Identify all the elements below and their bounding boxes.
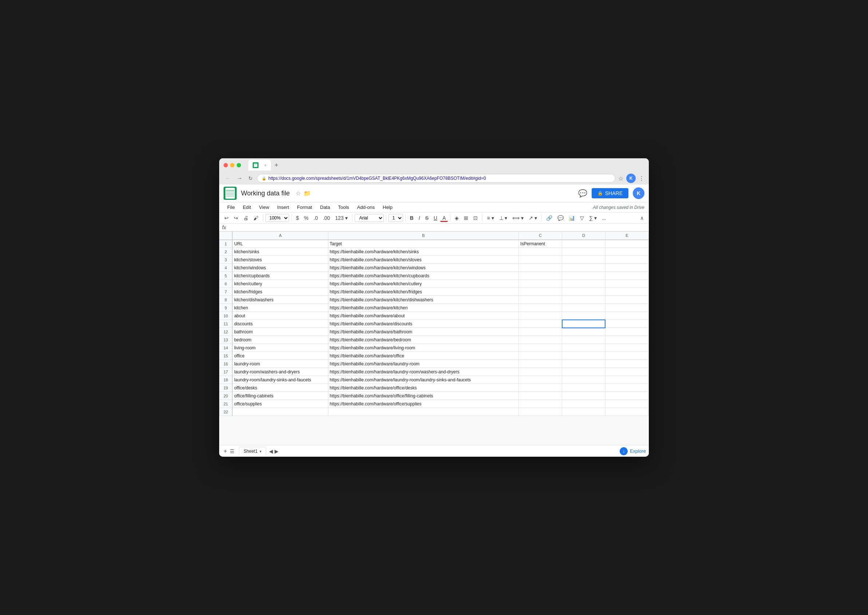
cell-c[interactable] bbox=[519, 280, 562, 288]
merge-button[interactable]: ⊡ bbox=[471, 214, 480, 222]
cell-c[interactable] bbox=[519, 256, 562, 264]
decimal-inc-button[interactable]: .00 bbox=[321, 214, 332, 222]
cell-e[interactable] bbox=[605, 320, 649, 328]
print-button[interactable]: 🖨 bbox=[241, 214, 250, 222]
cell-b[interactable] bbox=[328, 408, 519, 416]
forward-button[interactable]: → bbox=[235, 174, 244, 182]
cell-b[interactable]: https://bienhabille.com/hardware/kitchen… bbox=[328, 272, 519, 280]
cell-d[interactable] bbox=[562, 264, 605, 272]
menu-tools[interactable]: Tools bbox=[334, 203, 352, 211]
cell-b[interactable]: https://bienhabille.com/hardware/kitchen… bbox=[328, 264, 519, 272]
cell-d[interactable] bbox=[562, 344, 605, 352]
col-header-a[interactable]: A bbox=[232, 232, 328, 240]
cell-b[interactable]: https://bienhabille.com/hardware/laundry… bbox=[328, 360, 519, 368]
cell-c[interactable] bbox=[519, 328, 562, 336]
align-horizontal-button[interactable]: ≡ ▾ bbox=[485, 214, 496, 222]
filter-button[interactable]: ▽ bbox=[578, 214, 586, 222]
cell-a[interactable]: kitchen/fridges bbox=[232, 288, 328, 296]
cell-b[interactable]: https://bienhabille.com/hardware/kitchen bbox=[328, 304, 519, 312]
col-header-e[interactable]: E bbox=[605, 232, 649, 240]
cell-c[interactable] bbox=[519, 304, 562, 312]
cell-a[interactable]: office/filling-cabinets bbox=[232, 392, 328, 400]
cell-e[interactable] bbox=[605, 280, 649, 288]
chart-button[interactable]: 📊 bbox=[566, 214, 577, 222]
cell-d[interactable] bbox=[562, 408, 605, 416]
cell-d[interactable] bbox=[562, 272, 605, 280]
more-toolbar-button[interactable]: ... bbox=[600, 214, 608, 222]
cell-c[interactable] bbox=[519, 288, 562, 296]
cell-b[interactable]: https://bienhabille.com/hardware/kitchen… bbox=[328, 280, 519, 288]
tab-close-icon[interactable]: × bbox=[264, 163, 266, 167]
cell-e[interactable] bbox=[605, 344, 649, 352]
back-button[interactable]: ← bbox=[224, 174, 232, 182]
italic-button[interactable]: I bbox=[416, 214, 422, 222]
cell-d[interactable] bbox=[562, 240, 605, 248]
cell-c[interactable] bbox=[519, 400, 562, 408]
reload-button[interactable]: ↻ bbox=[247, 175, 254, 182]
cell-d[interactable] bbox=[562, 304, 605, 312]
cell-a[interactable]: URL bbox=[232, 240, 328, 248]
cell-d[interactable] bbox=[562, 328, 605, 336]
underline-button[interactable]: U bbox=[432, 214, 439, 222]
strikethrough-button[interactable]: S bbox=[423, 214, 431, 222]
functions-button[interactable]: ∑ ▾ bbox=[587, 214, 599, 222]
cell-b[interactable]: Target bbox=[328, 240, 519, 248]
share-button[interactable]: 🔒 SHARE bbox=[592, 188, 629, 198]
comments-icon[interactable]: 💬 bbox=[578, 189, 587, 198]
cell-b[interactable]: https://bienhabille.com/hardware/about bbox=[328, 312, 519, 320]
menu-format[interactable]: Format bbox=[294, 203, 316, 211]
cell-c[interactable] bbox=[519, 368, 562, 376]
cell-e[interactable] bbox=[605, 288, 649, 296]
cell-e[interactable] bbox=[605, 408, 649, 416]
sheet-tab-sheet1[interactable]: Sheet1 ▾ bbox=[239, 447, 266, 455]
col-header-d[interactable]: D bbox=[562, 232, 605, 240]
col-header-c[interactable]: C bbox=[519, 232, 562, 240]
cell-b[interactable]: https://bienhabille.com/hardware/bathroo… bbox=[328, 328, 519, 336]
cell-a[interactable]: kitchen/windows bbox=[232, 264, 328, 272]
cell-b[interactable]: https://bienhabille.com/hardware/laundry… bbox=[328, 376, 519, 384]
cell-a[interactable]: discounts bbox=[232, 320, 328, 328]
minimize-button[interactable] bbox=[230, 163, 235, 167]
cell-b[interactable]: https://bienhabille.com/hardware/office/… bbox=[328, 384, 519, 392]
new-tab-button[interactable]: + bbox=[272, 162, 281, 169]
cell-d[interactable] bbox=[562, 280, 605, 288]
cell-c[interactable] bbox=[519, 312, 562, 320]
format-paint-button[interactable]: 🖌 bbox=[251, 214, 261, 222]
cell-e[interactable] bbox=[605, 272, 649, 280]
menu-view[interactable]: View bbox=[255, 203, 273, 211]
cell-a[interactable]: kitchen/cutlery bbox=[232, 280, 328, 288]
cell-e[interactable] bbox=[605, 256, 649, 264]
cell-b[interactable]: https://bienhabille.com/hardware/office/… bbox=[328, 400, 519, 408]
cell-a[interactable]: about bbox=[232, 312, 328, 320]
cell-b[interactable]: https://bienhabille.com/hardware/kitchen… bbox=[328, 288, 519, 296]
cell-d[interactable] bbox=[562, 368, 605, 376]
cell-b[interactable]: https://bienhabille.com/hardware/office/… bbox=[328, 392, 519, 400]
cell-c[interactable]: IsPermanent bbox=[519, 240, 562, 248]
cell-a[interactable]: office/supplies bbox=[232, 400, 328, 408]
cell-d[interactable] bbox=[562, 352, 605, 360]
cell-a[interactable]: kitchen bbox=[232, 304, 328, 312]
scroll-left-button[interactable]: ◀ bbox=[269, 448, 273, 454]
cell-b[interactable]: https://bienhabille.com/hardware/discoun… bbox=[328, 320, 519, 328]
sheet-list-button[interactable]: ☰ bbox=[228, 448, 236, 455]
decimal-dec-button[interactable]: .0 bbox=[311, 214, 320, 222]
cell-c[interactable] bbox=[519, 352, 562, 360]
fullscreen-button[interactable] bbox=[237, 163, 241, 167]
cell-c[interactable] bbox=[519, 408, 562, 416]
cell-b[interactable]: https://bienhabille.com/hardware/living-… bbox=[328, 344, 519, 352]
cell-c[interactable] bbox=[519, 272, 562, 280]
cell-e[interactable] bbox=[605, 264, 649, 272]
explore-button[interactable]: ↓ Explore bbox=[620, 447, 646, 455]
cell-c[interactable] bbox=[519, 264, 562, 272]
font-selector[interactable]: Arial bbox=[355, 214, 384, 222]
cell-a[interactable]: laundry-room bbox=[232, 360, 328, 368]
currency-button[interactable]: $ bbox=[294, 214, 301, 222]
cell-e[interactable] bbox=[605, 240, 649, 248]
link-button[interactable]: 🔗 bbox=[544, 214, 555, 222]
cell-d[interactable] bbox=[562, 312, 605, 320]
cell-c[interactable] bbox=[519, 392, 562, 400]
text-rotate-button[interactable]: ↗ ▾ bbox=[527, 214, 539, 222]
cell-a[interactable]: kitchen/stoves bbox=[232, 256, 328, 264]
cell-a[interactable] bbox=[232, 408, 328, 416]
bold-button[interactable]: B bbox=[408, 214, 416, 222]
